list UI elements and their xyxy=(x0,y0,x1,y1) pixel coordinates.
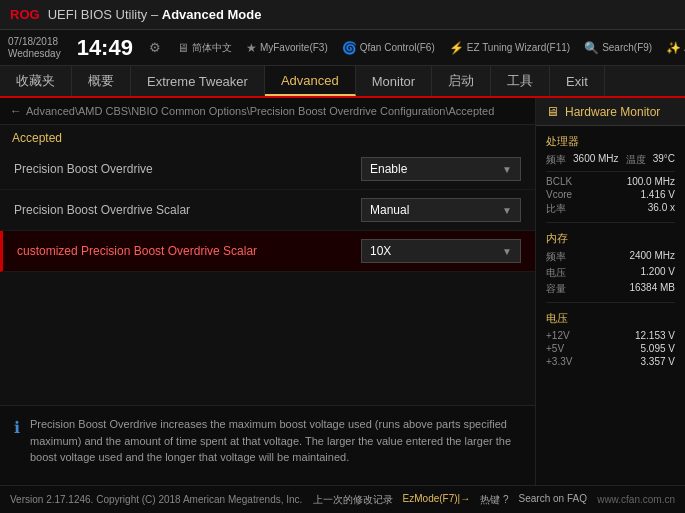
nav-exit[interactable]: Exit xyxy=(550,66,605,96)
volt-33-row: +3.3V 3.357 V xyxy=(546,356,675,367)
pbo-label: Precision Boost Overdrive xyxy=(14,162,361,176)
nav-extreme-tweaker[interactable]: Extreme Tweaker xyxy=(131,66,265,96)
footer-center: 上一次的修改记录 EzMode(F7)|→ 热键 ? Search on FAQ xyxy=(313,493,587,507)
volt-12-value: 12.153 V xyxy=(635,330,675,341)
infobar: 07/18/2018 Wednesday 14:49 ⚙ 🖥 简体中文 ★ My… xyxy=(0,30,685,66)
qfan-link[interactable]: 🌀 Qfan Control(F6) xyxy=(342,41,435,55)
vcore-label: Vcore xyxy=(546,189,572,200)
ratio-value: 36.0 x xyxy=(648,202,675,216)
settings-area: Precision Boost Overdrive Enable ▼ Preci… xyxy=(0,149,535,405)
dropdown-arrow: ▼ xyxy=(502,164,512,175)
section-title: Accepted xyxy=(0,125,535,149)
mem-volt-row: 电压 1.200 V xyxy=(546,266,675,280)
memory-section: 内存 频率 2400 MHz 电压 1.200 V 容量 16384 MB xyxy=(536,223,685,302)
memory-section-title: 内存 xyxy=(546,231,675,246)
volt-5-label: +5V xyxy=(546,343,564,354)
navbar: 收藏夹 概要 Extreme Tweaker Advanced Monitor … xyxy=(0,66,685,98)
titlebar: ROG UEFI BIOS Utility – Advanced Mode xyxy=(0,0,685,30)
day-label: Wednesday xyxy=(8,48,61,60)
custom-scalar-label: customized Precision Boost Overdrive Sca… xyxy=(17,244,361,258)
bclk-row: BCLK 100.0 MHz xyxy=(546,176,675,187)
footer: Version 2.17.1246. Copyright (C) 2018 Am… xyxy=(0,485,685,513)
myfavorite-link[interactable]: ★ MyFavorite(F3) xyxy=(246,41,328,55)
last-modified-link[interactable]: 上一次的修改记录 xyxy=(313,493,393,507)
ezmode-link[interactable]: EzMode(F7)|→ xyxy=(403,493,471,507)
mem-freq-label: 频率 xyxy=(546,250,566,264)
bclk-value: 100.0 MHz xyxy=(627,176,675,187)
monitor-icon: 🖥 xyxy=(546,104,559,119)
cpu-temp-label: 温度 xyxy=(626,153,646,167)
cpu-freq-value: 3600 MHz xyxy=(573,153,619,167)
app-title: UEFI BIOS Utility – Advanced Mode xyxy=(48,7,262,22)
pbo-dropdown[interactable]: Enable ▼ xyxy=(361,157,521,181)
nav-advanced[interactable]: Advanced xyxy=(265,66,356,96)
volt-12-row: +12V 12.153 V xyxy=(546,330,675,341)
cpu-temp-value: 39°C xyxy=(653,153,675,167)
rog-logo: ROG xyxy=(10,7,40,22)
info-text: Precision Boost Overdrive increases the … xyxy=(30,416,521,475)
favorite-icon: ★ xyxy=(246,41,257,55)
divider-1 xyxy=(546,171,675,172)
watermark: www.cfan.com.cn xyxy=(597,494,675,505)
clock-display: 14:49 xyxy=(77,35,133,61)
date-label: 07/18/2018 xyxy=(8,36,61,48)
dropdown-arrow-2: ▼ xyxy=(502,205,512,216)
volt-33-value: 3.357 V xyxy=(641,356,675,367)
eztuning-link[interactable]: ⚡ EZ Tuning Wizard(F11) xyxy=(449,41,570,55)
aura-link[interactable]: ✨ AURA ON/OFF(F4) xyxy=(666,41,685,55)
nav-monitor[interactable]: Monitor xyxy=(356,66,432,96)
bclk-label: BCLK xyxy=(546,176,572,187)
language-link[interactable]: 🖥 简体中文 xyxy=(177,41,232,55)
scalar-dropdown[interactable]: Manual ▼ xyxy=(361,198,521,222)
setting-row-scalar: Precision Boost Overdrive Scalar Manual … xyxy=(0,190,535,231)
pbo-value: Enable xyxy=(370,162,407,176)
volt-33-label: +3.3V xyxy=(546,356,572,367)
aura-icon: ✨ xyxy=(666,41,681,55)
setting-row-pbo: Precision Boost Overdrive Enable ▼ xyxy=(0,149,535,190)
ratio-row: 比率 36.0 x xyxy=(546,202,675,216)
breadcrumb: ← Advanced\AMD CBS\NBIO Common Options\P… xyxy=(0,98,535,125)
mem-freq-value: 2400 MHz xyxy=(629,250,675,264)
mode-label: Advanced Mode xyxy=(162,7,262,22)
searchfaq-link[interactable]: Search on FAQ xyxy=(519,493,587,507)
mem-cap-value: 16384 MB xyxy=(629,282,675,296)
info-icon: ℹ xyxy=(14,418,20,475)
datetime-display: 07/18/2018 Wednesday xyxy=(8,36,61,60)
scalar-value: Manual xyxy=(370,203,409,217)
mem-volt-value: 1.200 V xyxy=(641,266,675,280)
sidebar-title-label: Hardware Monitor xyxy=(565,105,660,119)
main-area: ← Advanced\AMD CBS\NBIO Common Options\P… xyxy=(0,98,685,485)
sidebar-title: 🖥 Hardware Monitor xyxy=(536,98,685,126)
top-links: 🖥 简体中文 ★ MyFavorite(F3) 🌀 Qfan Control(F… xyxy=(177,41,685,55)
custom-scalar-dropdown[interactable]: 10X ▼ xyxy=(361,239,521,263)
volt-5-value: 5.095 V xyxy=(641,343,675,354)
back-arrow[interactable]: ← xyxy=(10,104,22,118)
cpu-section: 处理器 频率 3600 MHz 温度 39°C BCLK 100.0 MHz V… xyxy=(536,126,685,222)
nav-overview[interactable]: 概要 xyxy=(72,66,131,96)
cpu-freq-row: 频率 3600 MHz 温度 39°C xyxy=(546,153,675,167)
search-link[interactable]: 🔍 Search(F9) xyxy=(584,41,652,55)
dropdown-arrow-3: ▼ xyxy=(502,246,512,257)
hardware-monitor-sidebar: 🖥 Hardware Monitor 处理器 频率 3600 MHz 温度 39… xyxy=(535,98,685,485)
mem-cap-row: 容量 16384 MB xyxy=(546,282,675,296)
mem-cap-label: 容量 xyxy=(546,282,566,296)
nav-tools[interactable]: 工具 xyxy=(491,66,550,96)
gear-icon[interactable]: ⚙ xyxy=(149,40,161,55)
cpu-section-title: 处理器 xyxy=(546,134,675,149)
ratio-label: 比率 xyxy=(546,202,566,216)
vcore-row: Vcore 1.416 V xyxy=(546,189,675,200)
fan-icon: 🌀 xyxy=(342,41,357,55)
vcore-value: 1.416 V xyxy=(641,189,675,200)
setting-row-custom-scalar: customized Precision Boost Overdrive Sca… xyxy=(0,231,535,272)
mem-freq-row: 频率 2400 MHz xyxy=(546,250,675,264)
custom-scalar-value: 10X xyxy=(370,244,391,258)
cpu-freq-label: 频率 xyxy=(546,153,566,167)
nav-favorites[interactable]: 收藏夹 xyxy=(0,66,72,96)
voltage-section-title: 电压 xyxy=(546,311,675,326)
mem-volt-label: 电压 xyxy=(546,266,566,280)
volt-12-label: +12V xyxy=(546,330,570,341)
scalar-label: Precision Boost Overdrive Scalar xyxy=(14,203,361,217)
nav-boot[interactable]: 启动 xyxy=(432,66,491,96)
infobox: ℹ Precision Boost Overdrive increases th… xyxy=(0,405,535,485)
hotkeys-link[interactable]: 热键 ? xyxy=(480,493,508,507)
